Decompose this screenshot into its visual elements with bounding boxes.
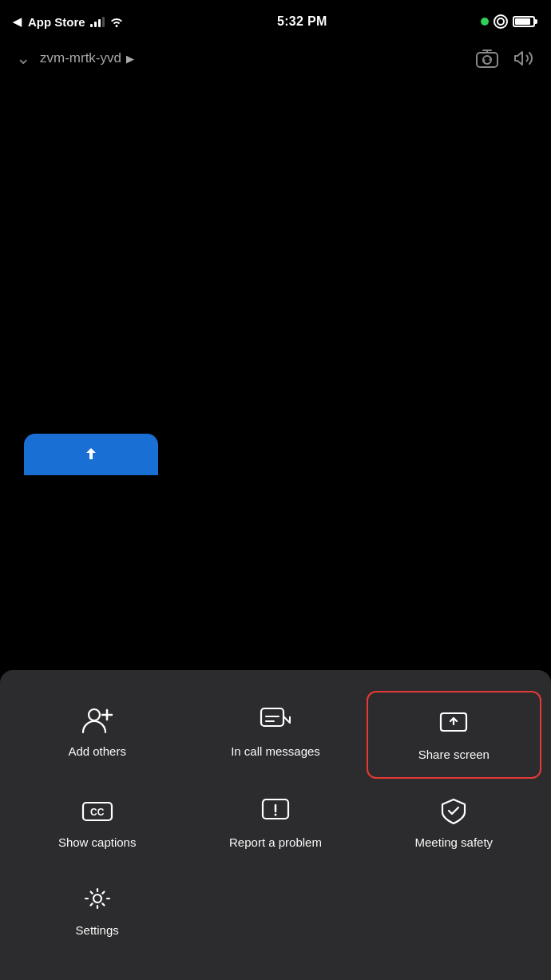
menu-row-1: Add others In call messages Share screen xyxy=(8,689,543,780)
menu-item-show-captions[interactable]: CC Show captions xyxy=(8,780,186,868)
battery-icon xyxy=(513,16,535,27)
svg-rect-2 xyxy=(477,53,497,67)
report-problem-icon xyxy=(260,795,291,827)
settings-icon xyxy=(81,883,113,915)
share-screen-label: Share screen xyxy=(418,747,490,763)
svg-text:CC: CC xyxy=(90,807,105,818)
upload-icon xyxy=(83,446,99,462)
meeting-safety-icon xyxy=(438,795,470,827)
svg-point-0 xyxy=(494,15,507,28)
svg-point-3 xyxy=(89,709,100,720)
show-captions-label: Show captions xyxy=(58,835,137,851)
in-call-messages-icon xyxy=(260,704,291,736)
status-left: ◀ App Store xyxy=(13,15,124,29)
speaker-icon[interactable] xyxy=(514,49,535,68)
screen-record-icon xyxy=(494,14,508,29)
menu-item-add-others[interactable]: Add others xyxy=(8,689,186,780)
menu-item-settings[interactable]: Settings xyxy=(8,868,186,956)
wifi-icon xyxy=(109,16,124,27)
back-arrow-icon: ◀ xyxy=(13,15,22,28)
menu-item-meeting-safety[interactable]: Meeting safety xyxy=(365,780,543,868)
menu-item-in-call-messages[interactable]: In call messages xyxy=(186,689,364,780)
in-call-messages-label: In call messages xyxy=(231,744,320,760)
svg-point-12 xyxy=(274,814,276,816)
chevron-down-icon[interactable]: ⌄ xyxy=(16,48,30,69)
carrier-label: App Store xyxy=(28,15,85,29)
meeting-id-text: zvm-mrtk-yvd xyxy=(40,50,121,66)
header-icons xyxy=(476,49,535,68)
settings-label: Settings xyxy=(76,922,119,938)
share-button-partial[interactable] xyxy=(24,434,158,475)
meeting-id-arrow-icon: ▶ xyxy=(126,53,134,65)
svg-point-13 xyxy=(93,895,101,903)
menu-row-3: Settings xyxy=(8,868,543,956)
green-dot-icon xyxy=(481,18,489,26)
meeting-id[interactable]: zvm-mrtk-yvd ▶ xyxy=(40,50,466,66)
bottom-panel: Add others In call messages Share screen xyxy=(0,670,551,980)
meeting-safety-label: Meeting safety xyxy=(415,835,494,851)
share-screen-icon xyxy=(438,707,470,739)
status-right xyxy=(481,14,535,29)
show-captions-icon: CC xyxy=(81,795,113,827)
svg-point-1 xyxy=(497,18,504,25)
report-problem-label: Report a problem xyxy=(229,835,322,851)
status-time: 5:32 PM xyxy=(277,14,327,29)
menu-row-2: CC Show captions Report a problem xyxy=(8,780,543,868)
add-others-icon xyxy=(81,704,113,736)
header: ⌄ zvm-mrtk-yvd ▶ xyxy=(0,40,551,77)
menu-item-share-screen[interactable]: Share screen xyxy=(367,691,541,779)
status-bar: ◀ App Store 5:32 PM xyxy=(0,0,551,40)
menu-item-report-problem[interactable]: Report a problem xyxy=(186,780,364,868)
add-others-label: Add others xyxy=(68,744,126,760)
camera-flip-icon[interactable] xyxy=(476,49,498,68)
signal-icon xyxy=(90,16,105,27)
